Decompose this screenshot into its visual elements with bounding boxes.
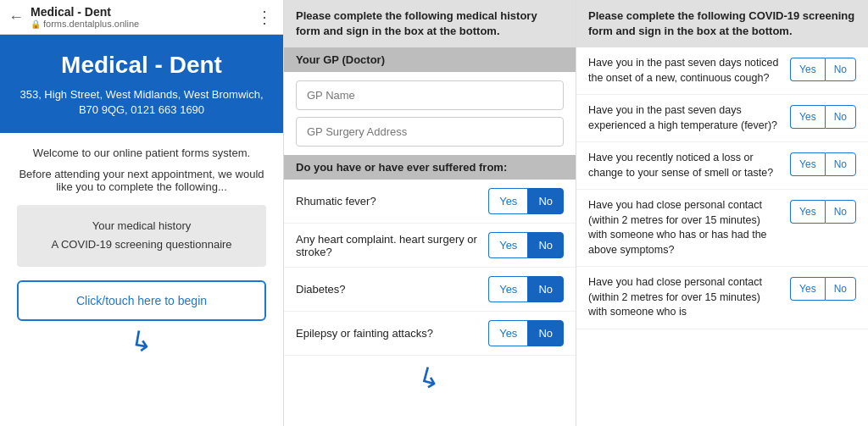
clinic-name: Medical - Dent [17,52,266,79]
question-row-2: Any heart complaint. heart surgery or st… [284,224,576,268]
right-yes-no-3: Yes No [790,152,856,176]
right-yes-no-1: Yes No [790,58,856,81]
right-no-button-4[interactable]: No [825,200,856,224]
right-panel: Please complete the following COVID-19 s… [576,0,868,426]
gp-section-label: Your GP (Doctor) [284,47,576,72]
top-bar-title-block: Medical - Dent 🔒 forms.dentalplus.online [31,5,139,29]
right-yes-no-5: Yes No [790,277,856,301]
question-text-2: Any heart complaint. heart surgery or st… [296,233,488,258]
yes-no-group-4: Yes No [488,320,564,346]
checklist-line2: A COVID-19 screening questionnaire [25,235,258,254]
checklist-box: Your medical history A COVID-19 screenin… [17,205,266,266]
right-question-row-5: Have you had close personal contact (wit… [576,267,868,329]
no-button-2[interactable]: No [527,232,564,258]
right-question-row-2: Have you in the past seven days experien… [576,95,868,142]
no-button-3[interactable]: No [527,276,564,302]
right-no-button-3[interactable]: No [825,152,856,176]
left-content: Welcome to our online patient forms syst… [0,133,283,426]
question-text-1: Rhumatic fever? [296,195,488,207]
yes-no-group-1: Yes No [488,188,564,214]
yes-no-group-3: Yes No [488,276,564,302]
right-yes-button-3[interactable]: Yes [790,152,825,176]
left-panel: ← Medical - Dent 🔒 forms.dentalplus.onli… [0,0,284,426]
top-bar-url: 🔒 forms.dentalplus.online [31,19,139,29]
clinic-header: Medical - Dent 353, High Street, West Mi… [0,35,283,133]
right-no-button-2[interactable]: No [825,105,856,129]
yes-no-group-2: Yes No [488,232,564,258]
right-question-row-1: Have you in the past seven days noticed … [576,47,868,95]
lock-icon: 🔒 [31,19,41,29]
question-row-1: Rhumatic fever? Yes No [284,180,576,224]
question-row-3: Diabetes? Yes No [284,268,576,312]
yes-button-3[interactable]: Yes [488,276,527,302]
right-yes-no-4: Yes No [790,200,856,224]
back-arrow-icon[interactable]: ← [8,8,24,26]
top-bar-title: Medical - Dent [31,5,139,19]
right-question-text-5: Have you had close personal contact (wit… [588,275,790,320]
right-question-row-4: Have you had close personal contact (wit… [576,190,868,267]
yes-button-4[interactable]: Yes [488,320,527,346]
right-yes-button-1[interactable]: Yes [790,58,825,81]
menu-icon[interactable]: ⋮ [256,7,275,27]
right-question-text-4: Have you had close personal contact (wit… [588,198,790,257]
gp-name-input[interactable] [296,80,564,110]
gp-address-input[interactable] [296,117,564,147]
before-text: Before attending your next appointment, … [17,168,266,193]
conditions-section-label: Do you have or have ever suffered from: [284,155,576,180]
right-question-row-3: Have you recently noticed a loss or chan… [576,142,868,190]
question-text-3: Diabetes? [296,283,488,296]
right-yes-button-2[interactable]: Yes [790,105,825,129]
yes-button-2[interactable]: Yes [488,232,527,258]
middle-header: Please complete the following medical hi… [284,0,576,47]
checklist-line1: Your medical history [25,217,258,235]
top-bar-left: ← Medical - Dent 🔒 forms.dentalplus.onli… [8,5,139,29]
right-question-text-3: Have you recently noticed a loss or chan… [588,151,790,180]
right-question-text-1: Have you in the past seven days noticed … [588,56,790,86]
right-no-button-5[interactable]: No [825,277,856,301]
right-question-text-2: Have you in the past seven days experien… [588,103,790,133]
top-bar: ← Medical - Dent 🔒 forms.dentalplus.onli… [0,0,283,35]
welcome-text: Welcome to our online patient forms syst… [17,147,266,159]
middle-panel: Please complete the following medical hi… [284,0,576,426]
right-yes-button-5[interactable]: Yes [790,277,825,301]
no-button-4[interactable]: No [527,320,564,346]
right-yes-button-4[interactable]: Yes [790,200,825,224]
right-header: Please complete the following COVID-19 s… [576,0,868,47]
no-button-1[interactable]: No [527,188,564,214]
clinic-address: 353, High Street, West Midlands, West Br… [17,87,266,118]
gp-form-inputs [284,72,576,155]
yes-button-1[interactable]: Yes [488,188,527,214]
right-yes-no-2: Yes No [790,105,856,129]
right-no-button-1[interactable]: No [825,58,856,81]
